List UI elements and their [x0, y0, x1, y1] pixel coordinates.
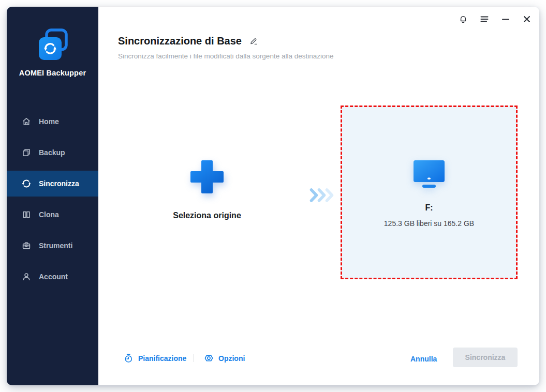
home-icon — [22, 117, 31, 126]
sidebar-item-label: Backup — [39, 148, 65, 157]
account-icon — [22, 272, 31, 281]
monitor-icon — [414, 160, 445, 189]
options-label: Opzioni — [218, 354, 245, 363]
plus-icon — [186, 156, 228, 198]
cancel-button[interactable]: Annulla — [410, 355, 437, 363]
sidebar-item-home[interactable]: Home — [7, 109, 98, 134]
sidebar: AOMEI Backupper Home Backup — [7, 7, 98, 385]
app-window: AOMEI Backupper Home Backup — [7, 7, 539, 385]
sidebar-item-label: Account — [39, 273, 68, 281]
clone-icon — [22, 210, 31, 219]
sidebar-nav: Home Backup Sincronizza — [7, 109, 98, 295]
page-subtitle: Sincronizza facilmente i file modificati… — [118, 52, 333, 60]
sidebar-item-label: Sincronizza — [39, 179, 79, 188]
minimize-button[interactable] — [500, 14, 511, 24]
app-logo-icon — [36, 28, 69, 62]
menu-icon — [480, 14, 489, 24]
backup-icon — [22, 148, 31, 157]
edit-title-button[interactable] — [249, 37, 258, 46]
options-button[interactable]: Opzioni — [204, 353, 245, 363]
sync-icon — [22, 179, 31, 188]
app-logo: AOMEI Backupper — [7, 28, 98, 77]
main-panel: Sincronizzazione di Base Sincronizza fac… — [98, 7, 539, 385]
schedule-button[interactable]: Pianificazione — [124, 353, 186, 363]
sidebar-item-backup[interactable]: Backup — [7, 140, 98, 165]
sidebar-item-account[interactable]: Account — [7, 264, 98, 290]
sidebar-item-label: Clona — [39, 210, 59, 219]
stopwatch-icon — [124, 353, 134, 363]
minimize-icon — [501, 14, 510, 24]
destination-capacity: 125.3 GB liberi su 165.2 GB — [384, 219, 474, 228]
tools-icon — [22, 241, 31, 250]
menu-button[interactable] — [479, 14, 490, 24]
sidebar-item-label: Strumenti — [39, 242, 72, 250]
sidebar-item-strumenti[interactable]: Strumenti — [7, 233, 98, 259]
sidebar-item-label: Home — [39, 117, 59, 126]
close-icon — [522, 14, 532, 24]
sidebar-item-clona[interactable]: Clona — [7, 202, 98, 228]
page-title: Sincronizzazione di Base — [118, 35, 242, 47]
select-source-label: Seleziona origine — [155, 211, 259, 220]
page-header: Sincronizzazione di Base Sincronizza fac… — [118, 35, 333, 60]
titlebar-controls — [458, 14, 532, 24]
sidebar-item-sincronizza[interactable]: Sincronizza — [7, 171, 98, 197]
close-button[interactable] — [522, 14, 532, 24]
app-logo-label: AOMEI Backupper — [7, 69, 98, 77]
bell-icon — [459, 14, 468, 24]
sync-button[interactable]: Sincronizza — [453, 348, 518, 367]
destination-drive-label: F: — [425, 203, 433, 213]
destination-box[interactable]: F: 125.3 GB liberi su 165.2 GB — [341, 105, 518, 279]
notifications-button[interactable] — [458, 14, 468, 24]
select-source-area[interactable]: Seleziona origine — [155, 156, 259, 220]
footer-divider — [194, 354, 194, 362]
schedule-label: Pianificazione — [138, 354, 186, 363]
pencil-icon — [249, 37, 258, 46]
options-hexagon-icon — [204, 353, 214, 363]
arrow-chevrons-icon — [309, 188, 334, 202]
